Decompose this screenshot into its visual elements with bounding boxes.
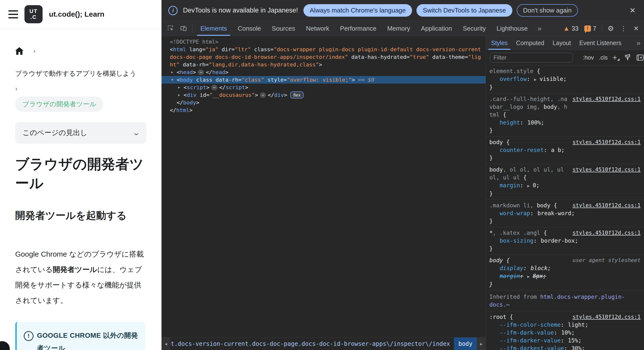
site-title[interactable]: ut.code(); Learn [49,10,104,18]
tab-performance[interactable]: Performance [335,21,382,36]
tab-console[interactable]: Console [232,21,266,36]
rule-selector[interactable]: *, .katex .angl { [489,229,570,237]
flex-badge[interactable]: flex [290,91,304,99]
device-toolbar-icon[interactable] [177,21,190,36]
hamburger-menu-icon[interactable] [8,10,18,18]
kebab-menu-icon[interactable]: ⋮ [618,25,629,32]
home-icon[interactable] [15,47,24,55]
stylesheet-source-link[interactable]: styles.4510f12d.css:1 [572,313,640,321]
stylesheet-source-link[interactable]: styles.4510f12d.css:1 [572,138,640,146]
tab-security[interactable]: Security [458,21,491,36]
css-rule: body {styles.4510f12d.css:1counter-reset… [486,136,644,164]
tab-memory[interactable]: Memory [382,21,416,36]
tree-row[interactable]: <!DOCTYPE html> [162,38,486,46]
rule-selector[interactable]: .card--full-height, .navbar__logo img, b… [489,95,570,119]
tab-lighthouse[interactable]: Lighthouse [491,21,533,36]
dom-breadcrumb-selected[interactable]: body [454,337,477,350]
rule-selector[interactable]: :root { [489,313,570,321]
styles-filter-input[interactable] [490,53,573,63]
css-declaration[interactable]: margin:▶8px; [489,272,640,280]
more-sidebar-tabs-icon[interactable]: » [633,36,644,50]
inspect-element-icon[interactable] [164,21,177,36]
code-token: div [274,92,284,98]
toc-dropdown[interactable]: このページの見出し ⌄ [15,122,146,144]
css-declaration[interactable]: margin:▶0; [489,181,640,190]
toggle-class-button[interactable]: .cls [599,54,608,61]
notification-button[interactable]: Always match Chrome's language [304,4,412,17]
breadcrumb-section[interactable]: ブラウザで動作するアプリを構築しよう [15,69,146,78]
code-token: = [406,54,410,60]
rendering-brush-icon[interactable] [624,54,631,61]
collapsed-arrow-icon[interactable]: ▶ [176,84,182,91]
tab-application[interactable]: Application [416,21,457,36]
rule-close-brace: } [489,126,640,134]
expand-ellipsis-button[interactable]: ⋯ [198,70,204,75]
toggle-pseudo-state-button[interactable]: :hov [583,54,594,61]
tree-row[interactable]: </body> [162,99,486,106]
stylesheet-source-link[interactable]: styles.4510f12d.css:1 [572,95,640,103]
code-token: > [255,92,258,98]
toggle-sidebar-icon[interactable] [636,54,644,61]
css-declaration[interactable]: box-sizing:border-box; [489,237,640,245]
stylesheet-source-link[interactable]: styles.4510f12d.css:1 [572,166,640,173]
sidebar-tab-computed[interactable]: Computed [512,36,548,50]
chevron-down-icon: ⌄ [132,129,140,137]
info-admonition: ! GOOGLE CHROME 以外の開発者ツール Google Chrome … [15,322,145,350]
devtools-body: <!DOCTYPE html><html lang=​"ja" dir="ltr… [162,36,644,350]
css-declaration[interactable]: overflow:▶visible; [489,75,640,83]
rule-selector[interactable]: element.style { [489,67,640,75]
expanded-arrow-icon[interactable]: ▼ [169,76,175,84]
more-tabs-icon[interactable]: » [533,21,546,36]
stylesheet-source-link[interactable]: styles.4510f12d.css:1 [572,229,640,237]
breadcrumb-scroll-right-icon[interactable]: ▶ [477,337,486,350]
code-token: > [196,99,199,106]
css-declaration[interactable]: --ifm-darker-value:15%; [489,336,640,344]
collapsed-arrow-icon[interactable]: ▶ [176,91,182,99]
css-declaration[interactable]: --ifm-darkest-value:30%; [489,344,640,350]
sidebar-tab-layout[interactable]: Layout [548,36,575,50]
issues-counter[interactable]: ! 7 [582,25,598,32]
warnings-counter[interactable]: ▲! 33 [561,25,581,32]
rule-selector[interactable]: .markdown li, body { [489,202,570,209]
rule-selector[interactable]: body { [489,138,570,146]
stylesheet-source-link[interactable]: styles.4510f12d.css:1 [572,202,640,209]
breadcrumb-scroll-left-icon[interactable]: ◀ [162,337,170,350]
dom-breadcrumb-path[interactable]: plugin-id-default.docs-version-current.d… [170,337,454,350]
css-declaration[interactable]: --ifm-dark-value:10%; [489,329,640,336]
rule-selector[interactable]: body { [489,256,570,264]
rule-selector[interactable]: body, ol ol, ol ul, ul ol, ul ul { [489,166,570,181]
collapsed-arrow-icon[interactable]: ▶ [169,68,175,76]
css-declaration[interactable]: height:100%; [489,119,640,126]
expand-value-arrow-icon[interactable]: ▶ [527,274,530,279]
code-token: < [184,84,187,90]
tree-row[interactable]: ▶<script>⋯</script> [162,84,486,91]
expand-ellipsis-button[interactable]: ⋯ [212,85,217,90]
tree-row[interactable]: <html lang=​"ja" dir="ltr" class="docs-w… [162,46,486,68]
css-declaration[interactable]: word-wrap:break-word; [489,209,640,217]
settings-gear-icon[interactable]: ⚙ [605,24,616,33]
new-style-rule-icon[interactable]: + [612,54,619,61]
expand-value-arrow-icon[interactable]: ▶ [527,183,530,188]
css-declaration[interactable]: counter-reset:a b; [489,146,640,154]
sidebar-tab-styles[interactable]: Styles [487,36,512,50]
tree-row[interactable]: ▶<head>⋯</head> [162,68,486,76]
tree-row[interactable]: </html> [162,106,486,114]
close-devtools-icon[interactable]: ✕ [631,25,642,32]
css-declaration[interactable]: --ifm-color-scheme:light; [489,321,640,329]
tab-sources[interactable]: Sources [266,21,300,36]
tree-row-selected[interactable]: ▼<body class data-rh="class" style="over… [162,76,486,84]
code-token: script [187,84,206,90]
tab-network[interactable]: Network [300,21,334,36]
notification-button[interactable]: Don't show again [517,4,578,17]
notification-button[interactable]: Switch DevTools to Japanese [416,4,512,17]
close-icon[interactable]: ✕ [628,6,637,15]
sidebar-tab-event-listeners[interactable]: Event Listeners [575,36,626,50]
site-logo[interactable]: UT .C [24,5,42,23]
tab-elements[interactable]: Elements [195,21,232,36]
expand-value-arrow-icon[interactable]: ▶ [534,77,536,82]
styles-sidebar-tabs: StylesComputedLayoutEvent Listeners » [486,36,644,50]
code-token: > [193,69,196,75]
css-declaration[interactable]: display:block; [489,264,640,272]
tree-row[interactable]: ▶<div id="__docusaurus">⋯</div>flex [162,91,486,99]
expand-ellipsis-button[interactable]: ⋯ [260,92,266,98]
